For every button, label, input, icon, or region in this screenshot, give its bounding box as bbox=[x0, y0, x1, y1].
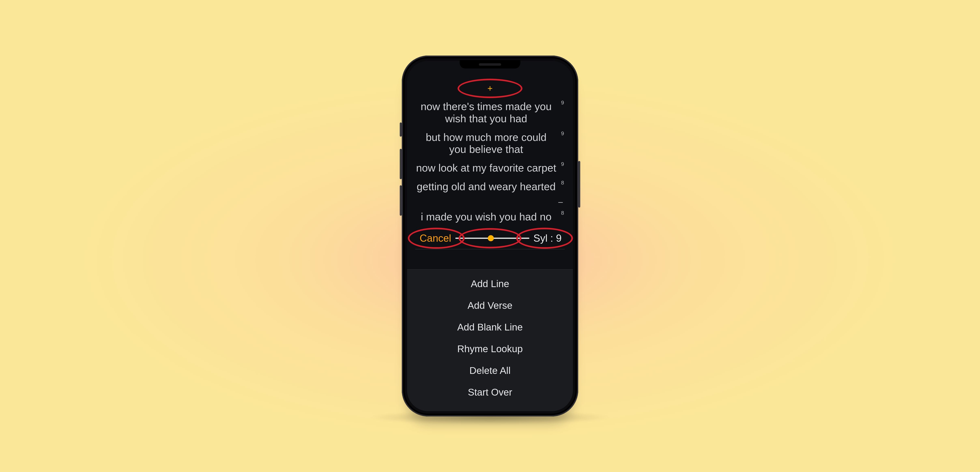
action-sheet: Add Line Add Verse Add Blank Line Rhyme … bbox=[407, 269, 573, 411]
lyric-syllable-count: 9 bbox=[561, 130, 564, 137]
menu-item-start-over[interactable]: Start Over bbox=[407, 381, 573, 403]
app-screen: + now there's times made you wish that y… bbox=[407, 61, 573, 411]
lyrics-area: + now there's times made you wish that y… bbox=[407, 61, 573, 250]
lyric-syllable-count: 8 bbox=[561, 210, 564, 216]
phone-frame: + now there's times made you wish that y… bbox=[402, 56, 578, 416]
lyric-syllable-count: 9 bbox=[561, 161, 564, 167]
lyric-text: getting old and weary hearted bbox=[417, 181, 555, 192]
lyric-line[interactable]: now there's times made you wish that you… bbox=[412, 97, 568, 128]
lyric-line[interactable]: but how much more could you believe that… bbox=[412, 128, 568, 159]
lyric-line[interactable]: getting old and weary hearted 8 bbox=[412, 177, 568, 196]
lyric-text: now look at my favorite carpet bbox=[416, 162, 556, 174]
syllable-count-label: Syl : 9 bbox=[533, 232, 562, 244]
lyric-syllable-count: 9 bbox=[561, 100, 564, 106]
phone-stage: + now there's times made you wish that y… bbox=[402, 56, 578, 416]
plus-icon: + bbox=[487, 84, 493, 93]
slider-thumb[interactable] bbox=[488, 235, 494, 241]
lyric-text: but how much more could you believe that bbox=[426, 131, 546, 155]
volume-down-button bbox=[400, 185, 402, 216]
phone-notch bbox=[460, 60, 520, 68]
cancel-button[interactable]: Cancel bbox=[420, 232, 451, 244]
syllable-control-row: Cancel Syl : 9 bbox=[412, 227, 568, 250]
menu-item-add-verse[interactable]: Add Verse bbox=[407, 295, 573, 316]
lyric-line[interactable]: i made you wish you had no 8 bbox=[412, 208, 568, 226]
dash-icon: – bbox=[558, 197, 563, 206]
menu-item-delete-all[interactable]: Delete All bbox=[407, 360, 573, 381]
lyric-text: now there's times made you wish that you… bbox=[421, 100, 552, 124]
menu-item-add-blank-line[interactable]: Add Blank Line bbox=[407, 316, 573, 338]
lyric-line[interactable]: now look at my favorite carpet 9 bbox=[412, 159, 568, 177]
blank-line-marker[interactable]: – bbox=[412, 196, 568, 208]
menu-item-rhyme-lookup[interactable]: Rhyme Lookup bbox=[407, 338, 573, 360]
menu-item-add-line[interactable]: Add Line bbox=[407, 273, 573, 295]
power-button bbox=[578, 161, 580, 208]
syllable-slider[interactable] bbox=[455, 234, 529, 243]
lyric-text: i made you wish you had no bbox=[421, 211, 552, 222]
add-line-row[interactable]: + bbox=[412, 83, 568, 94]
lyric-syllable-count: 8 bbox=[561, 180, 564, 186]
volume-up-button bbox=[400, 149, 402, 179]
mute-switch bbox=[400, 122, 402, 137]
